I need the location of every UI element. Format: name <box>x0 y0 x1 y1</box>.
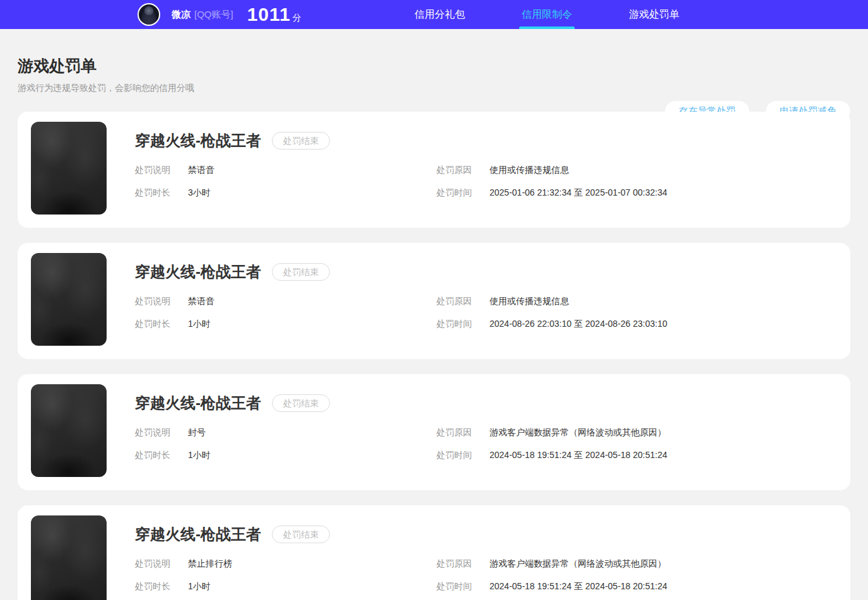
card-title-row: 穿越火线-枪战王者 处罚结束 <box>135 524 838 544</box>
penalty-fields: 处罚说明封号 处罚原因游戏客户端数据异常（网络波动或其他原因） 处罚时长1小时 … <box>135 427 838 461</box>
game-thumbnail <box>31 122 107 215</box>
field-time-value: 2024-05-18 19:51:24 至 2024-05-18 20:51:2… <box>490 581 667 591</box>
nav-item-credit-restriction[interactable]: 信用限制令 <box>493 0 601 29</box>
field-duration-label: 处罚时长 <box>135 187 188 199</box>
field-duration-label: 处罚时长 <box>135 450 188 461</box>
nav-item-label: 信用限制令 <box>522 9 572 20</box>
field-reason-label: 处罚原因 <box>437 296 490 307</box>
status-badge: 处罚结束 <box>272 263 330 281</box>
field-desc-value: 禁语音 <box>188 165 214 175</box>
field-reason-value: 使用或传播违规信息 <box>490 165 569 175</box>
field-reason-value: 使用或传播违规信息 <box>490 296 569 306</box>
field-reason-value: 游戏客户端数据异常（网络波动或其他原因） <box>490 558 666 568</box>
field-desc-label: 处罚说明 <box>135 165 188 176</box>
field-duration-value: 1小时 <box>188 450 211 460</box>
field-time-label: 处罚时间 <box>437 319 490 330</box>
game-thumbnail <box>31 384 107 477</box>
field-desc-value: 禁语音 <box>188 296 214 306</box>
penalty-card: 穿越火线-枪战王者 处罚结束 处罚说明禁止排行榜 处罚原因游戏客户端数据异常（网… <box>18 505 850 600</box>
field-reason-label: 处罚原因 <box>437 165 490 176</box>
field-desc-label: 处罚说明 <box>135 427 188 438</box>
status-badge: 处罚结束 <box>272 394 330 412</box>
penalty-list: 穿越火线-枪战王者 处罚结束 处罚说明禁语音 处罚原因使用或传播违规信息 处罚时… <box>18 112 850 600</box>
game-title: 穿越火线-枪战王者 <box>135 262 261 282</box>
field-duration-value: 3小时 <box>188 187 211 197</box>
penalty-card: 穿越火线-枪战王者 处罚结束 处罚说明禁语音 处罚原因使用或传播违规信息 处罚时… <box>18 243 850 359</box>
user-avatar <box>138 3 160 26</box>
field-time: 处罚时间2024-05-18 19:51:24 至 2024-05-18 20:… <box>437 581 838 592</box>
top-nav: 信用分礼包 信用限制令 游戏处罚单 <box>386 0 708 29</box>
card-title-row: 穿越火线-枪战王者 处罚结束 <box>135 262 838 282</box>
field-desc-label: 处罚说明 <box>135 296 188 307</box>
game-title: 穿越火线-枪战王者 <box>135 524 261 544</box>
username-text: 微凉 <box>172 9 191 21</box>
penalty-fields: 处罚说明禁语音 处罚原因使用或传播违规信息 处罚时长3小时 处罚时间2025-0… <box>135 165 838 199</box>
field-duration-value: 1小时 <box>188 581 211 591</box>
penalty-card: 穿越火线-枪战王者 处罚结束 处罚说明禁语音 处罚原因使用或传播违规信息 处罚时… <box>18 112 850 228</box>
field-desc: 处罚说明禁语音 <box>135 296 437 307</box>
field-duration-label: 处罚时长 <box>135 319 188 330</box>
top-header: 微凉 [QQ账号] 1011 分 信用分礼包 信用限制令 游戏处罚单 <box>0 0 868 29</box>
nav-item-credit-gift[interactable]: 信用分礼包 <box>386 0 493 29</box>
card-title-row: 穿越火线-枪战王者 处罚结束 <box>135 131 838 151</box>
field-time-value: 2025-01-06 21:32:34 至 2025-01-07 00:32:3… <box>490 187 667 197</box>
field-reason: 处罚原因使用或传播违规信息 <box>437 165 838 176</box>
user-block: 微凉 [QQ账号] 1011 分 <box>138 3 302 26</box>
page-subtitle: 游戏行为违规导致处罚，会影响您的信用分哦 <box>18 83 850 94</box>
field-time-value: 2024-08-26 22:03:10 至 2024-08-26 23:03:1… <box>490 319 667 329</box>
credit-score-unit: 分 <box>293 13 302 24</box>
active-tab-indicator <box>519 26 575 29</box>
field-time: 处罚时间2024-05-18 19:51:24 至 2024-05-18 20:… <box>437 450 838 461</box>
field-reason: 处罚原因使用或传播违规信息 <box>437 296 838 307</box>
main-content: 游戏处罚单 游戏行为违规导致处罚，会影响您的信用分哦 存在异常处罚 申请处罚减免… <box>0 56 868 600</box>
field-time-label: 处罚时间 <box>437 581 490 592</box>
field-duration: 处罚时长3小时 <box>135 187 437 199</box>
field-desc: 处罚说明封号 <box>135 427 437 438</box>
game-thumbnail <box>31 253 107 346</box>
field-desc-label: 处罚说明 <box>135 558 188 570</box>
field-time-label: 处罚时间 <box>437 450 490 461</box>
field-duration-value: 1小时 <box>188 319 211 329</box>
field-desc: 处罚说明禁止排行榜 <box>135 558 437 570</box>
field-reason: 处罚原因游戏客户端数据异常（网络波动或其他原因） <box>437 427 838 438</box>
field-time: 处罚时间2025-01-06 21:32:34 至 2025-01-07 00:… <box>437 187 838 199</box>
field-time-value: 2024-05-18 19:51:24 至 2024-05-18 20:51:2… <box>490 450 667 460</box>
field-duration-label: 处罚时长 <box>135 581 188 592</box>
field-duration: 处罚时长1小时 <box>135 581 437 592</box>
field-time-label: 处罚时间 <box>437 187 490 199</box>
account-type-label: [QQ账号] <box>194 9 233 21</box>
field-reason-label: 处罚原因 <box>437 427 490 438</box>
penalty-fields: 处罚说明禁止排行榜 处罚原因游戏客户端数据异常（网络波动或其他原因） 处罚时长1… <box>135 558 838 592</box>
field-reason-label: 处罚原因 <box>437 558 490 570</box>
penalty-card: 穿越火线-枪战王者 处罚结束 处罚说明封号 处罚原因游戏客户端数据异常（网络波动… <box>18 374 850 490</box>
field-reason: 处罚原因游戏客户端数据异常（网络波动或其他原因） <box>437 558 838 570</box>
game-title: 穿越火线-枪战王者 <box>135 393 261 413</box>
credit-score-value: 1011 <box>247 4 291 25</box>
field-desc: 处罚说明禁语音 <box>135 165 437 176</box>
status-badge: 处罚结束 <box>272 132 330 150</box>
status-badge: 处罚结束 <box>272 526 330 543</box>
field-desc-value: 禁止排行榜 <box>188 558 232 568</box>
field-duration: 处罚时长1小时 <box>135 450 437 461</box>
nav-item-game-penalty[interactable]: 游戏处罚单 <box>601 0 708 29</box>
game-title: 穿越火线-枪战王者 <box>135 131 261 151</box>
field-time: 处罚时间2024-08-26 22:03:10 至 2024-08-26 23:… <box>437 319 838 330</box>
page-title: 游戏处罚单 <box>18 56 850 76</box>
penalty-fields: 处罚说明禁语音 处罚原因使用或传播违规信息 处罚时长1小时 处罚时间2024-0… <box>135 296 838 330</box>
field-desc-value: 封号 <box>188 427 206 437</box>
field-duration: 处罚时长1小时 <box>135 319 437 330</box>
field-reason-value: 游戏客户端数据异常（网络波动或其他原因） <box>490 427 666 437</box>
game-thumbnail <box>31 515 107 600</box>
credit-score: 1011 分 <box>247 4 302 25</box>
card-title-row: 穿越火线-枪战王者 处罚结束 <box>135 393 838 413</box>
